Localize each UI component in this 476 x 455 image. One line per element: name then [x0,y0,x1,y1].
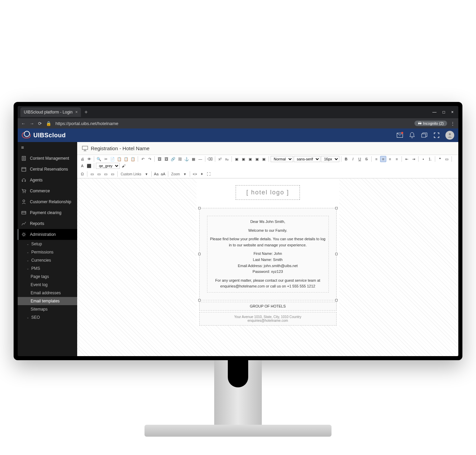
omega-icon[interactable]: Ω [79,171,85,177]
sidebar-leaf-page-tags[interactable]: Page tags [18,273,77,281]
theme-select[interactable]: qe_grey [96,163,120,169]
email-body-section[interactable]: Dear Ms John Smith, Welcome to our Famil… [199,208,337,300]
paste-word-icon[interactable]: 📋 [130,156,136,162]
preview-icon[interactable]: 👁 [86,156,92,162]
redo-icon[interactable]: ↷ [147,156,153,162]
insert2-icon[interactable]: ▣ [240,156,247,162]
ul-icon[interactable]: • [420,156,426,162]
iframe-icon[interactable]: ▭ [96,171,102,177]
fullscreen-icon[interactable] [433,132,440,139]
maximize-editor-icon[interactable]: ⛶ [205,171,211,177]
align-right-icon[interactable]: ≡ [387,156,393,162]
bg-color-icon[interactable]: ⬛ [86,163,92,169]
image2-icon[interactable]: 🖼 [163,156,169,162]
chevron-down-icon[interactable]: ▾ [143,171,150,177]
align-justify-icon[interactable]: ≡ [394,156,400,162]
format-select[interactable]: Normal [271,156,293,162]
chevron-down-icon[interactable]: ▾ [182,171,188,177]
back-icon[interactable]: ← [21,121,26,126]
bold-icon[interactable]: B [343,156,349,162]
copy-icon[interactable]: 📄 [109,156,116,162]
paste-text-icon[interactable]: 📋 [123,156,129,162]
forward-icon[interactable]: → [30,121,34,126]
custom-links-label[interactable]: Custom Links [119,172,143,176]
cut-icon[interactable]: ✂ [103,156,109,162]
hr-icon[interactable]: — [197,156,203,162]
unlink-icon[interactable]: ⛓ [177,156,183,162]
subscript-icon[interactable]: x₂ [224,156,230,162]
table-icon[interactable]: ▦ [190,156,197,162]
embed2-icon[interactable]: ▭ [109,171,116,177]
text-color-icon[interactable]: A [79,163,85,169]
removefmt-icon[interactable]: ⌫ [207,156,213,162]
browser-menu-icon[interactable]: ⋮ [451,121,455,126]
print-icon[interactable]: 🖨 [79,156,85,162]
embed-icon[interactable]: ▭ [103,171,109,177]
tool-icon[interactable]: ✦ [199,171,205,177]
insert5-icon[interactable]: ▣ [261,156,267,162]
strike-icon[interactable]: S [363,156,370,162]
reload-icon[interactable]: ⟳ [38,121,42,126]
sidebar-leaf-seo[interactable]: ⌄SEO [18,313,77,321]
sidebar-item-reports[interactable]: Reports [18,218,77,229]
sidebar-subitem-setup[interactable]: ⌄Setup [18,240,77,248]
zoom-label[interactable]: Zoom [170,172,182,176]
avatar[interactable] [445,131,454,140]
sidebar-item-commerce[interactable]: Commerce [18,186,77,196]
superscript-icon[interactable]: x² [217,156,223,162]
div-icon[interactable]: ▭ [444,156,450,162]
link-icon[interactable]: 🔗 [170,156,176,162]
paste-icon[interactable]: 📋 [116,156,122,162]
outdent-icon[interactable]: ⇤ [404,156,410,162]
ol-icon[interactable]: 1. [427,156,433,162]
align-center-icon[interactable]: ≡ [380,156,386,162]
menu-toggle-icon[interactable]: ≡ [18,142,77,153]
logo-cell[interactable]: [ hotel logo ] [197,178,339,207]
group-section[interactable]: GROUP OF HOTELS [199,302,337,311]
tabs-icon[interactable] [421,132,428,139]
sidebar-leaf-sitemaps[interactable]: Sitemaps [18,305,77,313]
sidebar-subitem-pms[interactable]: ⌄PMS [18,264,77,273]
find-icon[interactable]: 🔍 [96,156,102,162]
theme-apply-icon[interactable]: 🖌 [120,163,126,169]
sidebar-item-payment-clearing[interactable]: Payment clearing [18,207,77,218]
sidebar-subitem-currencies[interactable]: ⌄Currencies [18,256,77,264]
size-select[interactable]: 16px [321,156,339,162]
browser-tab[interactable]: UIBScloud platform - Login × [20,107,81,117]
url-field[interactable]: https://portal.uibs.net/hotelname [55,121,118,126]
sidebar-leaf-email-addresses[interactable]: Email addresses [18,289,77,297]
case2-icon[interactable]: aA [160,171,166,177]
undo-icon[interactable]: ↶ [140,156,146,162]
insert4-icon[interactable]: ▣ [254,156,260,162]
source-icon[interactable]: <> [192,171,198,177]
sidebar-item-administration[interactable]: Administration [18,229,77,240]
case-icon[interactable]: Aa [153,171,159,177]
sidebar-subitem-permissions[interactable]: ⌄Permissions [18,248,77,256]
editor-canvas[interactable]: [ hotel logo ] Dear Ms John Smith, Welco… [77,178,458,356]
minimize-icon[interactable]: — [432,110,437,115]
insert-icon[interactable]: ▣ [234,156,240,162]
sidebar-item-agents[interactable]: Agents [18,175,77,186]
sidebar-leaf-event-log[interactable]: Event log [18,281,77,289]
sidebar-item-content-management[interactable]: Content Management [18,153,77,164]
close-window-icon[interactable]: × [451,110,454,115]
font-select[interactable]: sans-serif [294,156,320,162]
mail-icon[interactable] [396,132,403,139]
span-icon[interactable]: ▭ [89,171,95,177]
insert3-icon[interactable]: ▣ [247,156,253,162]
brand-logo[interactable]: UIBScloud [22,132,66,139]
anchor-icon[interactable]: ⚓ [184,156,190,162]
italic-icon[interactable]: I [350,156,356,162]
blockquote-icon[interactable]: ❝ [437,156,443,162]
bell-icon[interactable] [409,132,415,139]
indent-icon[interactable]: ⇥ [410,156,417,162]
maximize-icon[interactable]: □ [443,110,445,115]
sidebar-item-customer-relationship[interactable]: Customer Relationship [18,196,77,207]
sidebar-leaf-email-templates[interactable]: Email templates [18,297,77,305]
new-tab-button[interactable]: + [84,109,87,115]
close-icon[interactable]: × [75,110,78,115]
align-left-icon[interactable]: ≡ [373,156,379,162]
image-icon[interactable]: 🖼 [156,156,163,162]
footer-section[interactable]: Your Avenue 1010, State, City, 1010 Coun… [199,312,337,326]
underline-icon[interactable]: U [357,156,363,162]
